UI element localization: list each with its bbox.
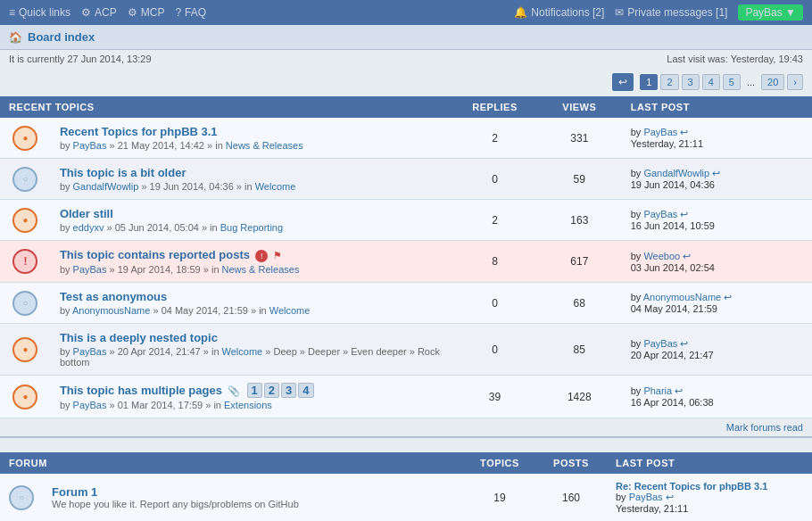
by-label: by	[60, 140, 73, 151]
post-icon: ↩	[683, 251, 691, 261]
topic-link[interactable]: This is a deeply nested topic	[60, 331, 218, 344]
forum-link[interactable]: Extensions	[224, 400, 272, 410]
quick-links-menu[interactable]: ≡ Quick links	[9, 6, 70, 19]
post-date: 05 Jun 2014, 05:04	[115, 222, 199, 233]
post-icon: ↩	[712, 168, 720, 178]
last-author-link[interactable]: GandalfWowlip	[643, 168, 709, 178]
in-label: » in	[251, 305, 269, 316]
last-by-label: by	[631, 209, 644, 219]
topic-title-cell: This topic is a bit older by GandalfWowl…	[51, 159, 452, 200]
mcp-link[interactable]: ⚙ MCP	[128, 6, 165, 19]
in-label: » in	[207, 140, 226, 151]
topic-link[interactable]: Test as anonymous	[60, 290, 167, 303]
page-2-button[interactable]: 2	[660, 74, 678, 90]
topic-meta: by GandalfWowlip » 19 Jun 2014, 04:36 » …	[60, 181, 443, 192]
page-link-1[interactable]: 1	[247, 383, 262, 398]
topic-link[interactable]: Recent Topics for phpBB 3.1	[60, 125, 218, 138]
page-link-3[interactable]: 3	[281, 383, 296, 398]
table-row: ● This is a deeply nested topic by PayBa…	[0, 324, 812, 376]
new-post-icon: ●	[22, 392, 28, 401]
post-date: 04 May 2014, 21:59	[162, 305, 248, 316]
forum-link[interactable]: Bug Reporting	[220, 222, 283, 233]
hamburger-icon: ≡	[9, 6, 15, 19]
topic-author-link[interactable]: PayBas	[73, 400, 107, 410]
last-author-link[interactable]: AnonymousName	[643, 292, 721, 302]
last-author-link[interactable]: PayBas	[643, 209, 677, 219]
topic-link[interactable]: This topic has multiple pages	[60, 384, 222, 397]
table-row: ! This topic contains reported posts ! ⚑…	[0, 241, 812, 283]
topic-title-cell: This topic contains reported posts ! ⚑ b…	[51, 241, 452, 283]
last-author-link[interactable]: PayBas	[643, 127, 677, 137]
last-post-header: LAST POST	[622, 96, 812, 118]
private-messages-link[interactable]: ✉ Private messages [1]	[615, 6, 727, 19]
faq-link[interactable]: ? FAQ	[175, 6, 206, 19]
forum-last-author-link[interactable]: PayBas	[629, 492, 663, 502]
page-link-4[interactable]: 4	[298, 383, 313, 398]
topic-author-link[interactable]: PayBas	[73, 346, 107, 357]
page-3-button[interactable]: 3	[682, 74, 700, 90]
forum-section: FORUM TOPICS POSTS LAST POST ○ Forum 1 W…	[0, 452, 812, 521]
topic-icon-cell: ●	[0, 118, 51, 159]
topic-icon: ●	[12, 337, 37, 362]
post-icon: ↩	[680, 127, 688, 137]
topic-author-link[interactable]: AnonymousName	[72, 305, 150, 316]
last-author-link[interactable]: Pharia	[643, 385, 672, 396]
date-sep: »	[110, 346, 118, 357]
date-sep: »	[110, 264, 118, 275]
forum-link[interactable]: Welcome	[269, 305, 311, 316]
last-by-label: by	[631, 292, 643, 302]
topic-link[interactable]: This topic contains reported posts	[60, 248, 250, 261]
views-cell: 59	[537, 159, 622, 200]
last-author-link[interactable]: Weeboo	[643, 251, 680, 261]
date-sep: »	[110, 400, 118, 410]
forum-link[interactable]: News & Releases	[222, 264, 300, 275]
topic-title: Test as anonymous	[60, 290, 443, 303]
forum-link[interactable]: Welcome	[255, 181, 296, 192]
replies-cell: 0	[452, 324, 537, 376]
forum-link[interactable]: Welcome	[222, 346, 263, 357]
topic-author-link[interactable]: PayBas	[73, 264, 107, 275]
table-row: ● Recent Topics for phpBB 3.1 by PayBas …	[0, 118, 812, 159]
post-icon: ↩	[675, 385, 683, 396]
forum-name-link[interactable]: Forum 1	[52, 485, 97, 499]
board-index-link[interactable]: Board index	[28, 30, 95, 44]
go-back-button[interactable]: ↩	[612, 73, 634, 91]
page-4-button[interactable]: 4	[702, 74, 720, 90]
topic-icon: ○	[12, 291, 37, 316]
forum-section-header: FORUM	[0, 452, 464, 474]
page-20-button[interactable]: 20	[761, 74, 784, 90]
topic-title-cell: This is a deeply nested topic by PayBas …	[51, 324, 452, 376]
page-5-button[interactable]: 5	[723, 74, 741, 90]
page-1-button[interactable]: 1	[640, 74, 658, 90]
last-post-cell: by Pharia ↩ 16 Apr 2014, 06:38	[622, 376, 812, 418]
topic-link[interactable]: Older still	[60, 207, 113, 220]
topic-icon-cell: ●	[0, 324, 51, 376]
topic-link[interactable]: This topic is a bit older	[60, 166, 186, 179]
topic-icon-cell: !	[0, 241, 51, 283]
user-menu-link[interactable]: PayBas ▼	[738, 4, 803, 21]
table-row: ○ Test as anonymous by AnonymousName » 0…	[0, 283, 812, 324]
new-post-icon: ●	[22, 133, 28, 143]
table-row: ● This topic has multiple pages 📎 1 2 3 …	[0, 376, 812, 418]
topic-author-link[interactable]: GandalfWowlip	[73, 181, 139, 192]
forum-link[interactable]: News & Releases	[226, 140, 303, 151]
topic-author-link[interactable]: PayBas	[73, 140, 107, 151]
last-date: 16 Apr 2014, 06:38	[631, 397, 714, 408]
topic-title: Older still	[60, 207, 443, 220]
board-header: 🏠 Board index	[0, 25, 812, 50]
topic-icon-cell: ●	[0, 376, 51, 418]
forum-name: Forum 1	[52, 485, 455, 499]
forum-last-post-header: LAST POST	[607, 452, 812, 474]
notifications-link[interactable]: 🔔 Notifications [2]	[514, 6, 604, 19]
last-post-title-link[interactable]: Re: Recent Topics for phpBB 3.1	[616, 481, 767, 492]
last-date: Yesterday, 21:11	[631, 138, 703, 149]
topics-table-header: RECENT TOPICS REPLIES VIEWS LAST POST	[0, 96, 812, 118]
last-author-link[interactable]: PayBas	[643, 338, 677, 349]
acp-link[interactable]: ⚙ ACP	[81, 6, 117, 19]
mark-forums-read-link[interactable]: Mark forums read	[726, 422, 803, 433]
topic-author-link[interactable]: eddyxv	[73, 222, 104, 233]
page-link-2[interactable]: 2	[264, 383, 279, 398]
next-page-button[interactable]: ›	[787, 74, 803, 90]
normal-icon: ○	[22, 298, 28, 308]
topic-title: This topic is a bit older	[60, 166, 443, 179]
